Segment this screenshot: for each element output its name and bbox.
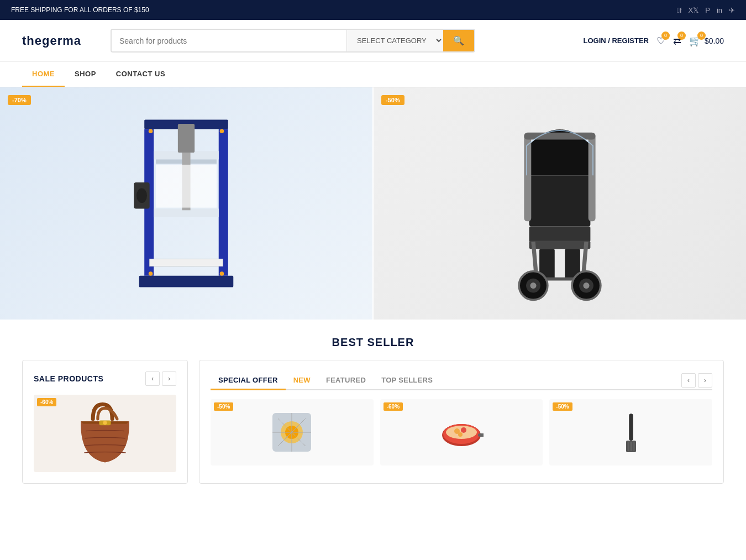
svg-point-30 <box>530 282 536 289</box>
nav-item-contact[interactable]: CONTACT US <box>106 62 175 87</box>
press-image <box>120 104 253 303</box>
navigation: HOME SHOP CONTACT US <box>0 62 746 87</box>
sale-badge: -60% <box>37 398 56 406</box>
discount-badge-2: -50% <box>381 95 404 105</box>
compare-badge: 0 <box>677 32 686 40</box>
cart-badge: 0 <box>697 32 706 40</box>
product-card-crepe[interactable]: -60% <box>380 399 543 465</box>
product-card-spatula[interactable]: -50% <box>549 399 712 465</box>
stroller-image <box>488 104 632 303</box>
svg-rect-8 <box>178 124 195 153</box>
sale-panel-navigation: ‹ › <box>145 371 176 386</box>
header-actions: LOGIN / REGISTER ♡ 0 ⇄ 0 🛒 0 $0.00 <box>583 35 724 47</box>
sale-panel-header: SALE PRODUCTS ‹ › <box>34 371 176 386</box>
banner-item-2[interactable]: -50% <box>374 87 746 320</box>
tab-special-offer[interactable]: SPECIAL OFFER <box>211 371 286 390</box>
discount-badge-1: -70% <box>8 95 31 105</box>
svg-rect-3 <box>139 276 234 287</box>
pinterest-icon[interactable]: P <box>705 6 710 14</box>
svg-rect-23 <box>589 134 596 221</box>
logo: thegerma <box>22 34 99 48</box>
svg-point-12 <box>149 129 153 133</box>
twitter-icon[interactable]: X𝕏 <box>689 6 699 14</box>
cart-price: $0.00 <box>705 36 724 45</box>
solar-light-illustration <box>270 410 314 454</box>
nav-item-shop[interactable]: SHOP <box>65 62 106 87</box>
sale-panel-title: SALE PRODUCTS <box>34 374 103 383</box>
banner-section: -70% <box>0 87 746 320</box>
svg-point-33 <box>583 282 589 289</box>
tab-top-sellers[interactable]: TOP SELLERS <box>374 371 440 390</box>
svg-point-15 <box>220 271 224 276</box>
svg-point-11 <box>136 189 147 203</box>
svg-rect-50 <box>629 414 633 441</box>
sale-product-image: -60% <box>34 395 176 472</box>
facebook-icon[interactable]: f <box>677 6 681 14</box>
nav-item-home[interactable]: HOME <box>22 62 65 87</box>
search-icon: 🔍 <box>453 36 464 45</box>
tab-featured[interactable]: FEATURED <box>318 371 374 390</box>
telegram-icon[interactable]: ✈ <box>729 6 735 14</box>
best-seller-title: BEST SELLER <box>0 320 746 360</box>
svg-point-14 <box>149 271 153 276</box>
special-next-button[interactable]: › <box>698 373 712 388</box>
banner-item-1[interactable]: -70% <box>0 87 374 320</box>
product-badge-crepe: -60% <box>383 402 403 411</box>
svg-rect-18 <box>529 227 591 242</box>
linkedin-icon[interactable]: in <box>717 6 722 14</box>
svg-rect-46 <box>478 433 484 437</box>
svg-point-48 <box>461 427 466 433</box>
svg-point-45 <box>446 426 477 439</box>
products-grid: -50% -60% <box>211 399 712 465</box>
nav-list: HOME SHOP CONTACT US <box>22 62 724 87</box>
product-badge-solar: -50% <box>214 402 233 411</box>
sale-prev-button[interactable]: ‹ <box>145 371 160 386</box>
special-panel-navigation: ‹ › <box>681 373 712 388</box>
product-badge-spatula: -50% <box>553 402 572 411</box>
svg-rect-17 <box>529 175 591 226</box>
special-prev-button[interactable]: ‹ <box>681 373 696 388</box>
svg-rect-7 <box>150 259 223 266</box>
search-input[interactable] <box>112 30 346 51</box>
sale-panel: SALE PRODUCTS ‹ › -60% <box>22 360 188 484</box>
svg-point-49 <box>458 432 463 437</box>
svg-rect-19 <box>529 240 591 249</box>
special-panel: SPECIAL OFFER NEW FEATURED TOP SELLERS ‹… <box>199 360 724 484</box>
bag-illustration <box>61 395 149 472</box>
special-tabs: SPECIAL OFFER NEW FEATURED TOP SELLERS ‹… <box>211 371 712 390</box>
category-select[interactable]: SELECT CATEGORY Electronics Clothing Too… <box>346 30 443 51</box>
wishlist-button[interactable]: ♡ 0 <box>656 35 665 47</box>
cart-button[interactable]: 🛒 0 $0.00 <box>689 35 724 47</box>
svg-point-13 <box>220 129 224 133</box>
top-bar: FREE SHIPPING FOR ALL ORDERS OF $150 f … <box>0 0 746 20</box>
crepe-maker-illustration <box>439 410 484 454</box>
svg-point-35 <box>103 421 107 425</box>
header: thegerma SELECT CATEGORY Electronics Clo… <box>0 20 746 62</box>
svg-rect-2 <box>219 129 228 275</box>
tab-new[interactable]: NEW <box>286 371 318 390</box>
social-icons: f X𝕏 P in ✈ <box>677 6 735 14</box>
svg-rect-22 <box>524 134 531 221</box>
product-card-solar[interactable]: -50% <box>211 399 374 465</box>
search-bar: SELECT CATEGORY Electronics Clothing Too… <box>111 29 475 53</box>
svg-rect-16 <box>156 165 217 208</box>
bottom-panels: SALE PRODUCTS ‹ › -60% <box>0 360 746 506</box>
sale-next-button[interactable]: › <box>162 371 176 386</box>
shipping-message: FREE SHIPPING FOR ALL ORDERS OF $150 <box>11 6 149 14</box>
spatula-illustration <box>614 405 648 460</box>
login-register-link[interactable]: LOGIN / REGISTER <box>583 36 648 45</box>
cart-icon-wrapper: 🛒 0 <box>689 35 701 47</box>
wishlist-badge: 0 <box>661 32 670 40</box>
search-button[interactable]: 🔍 <box>443 30 474 51</box>
compare-button[interactable]: ⇄ 0 <box>673 35 681 47</box>
